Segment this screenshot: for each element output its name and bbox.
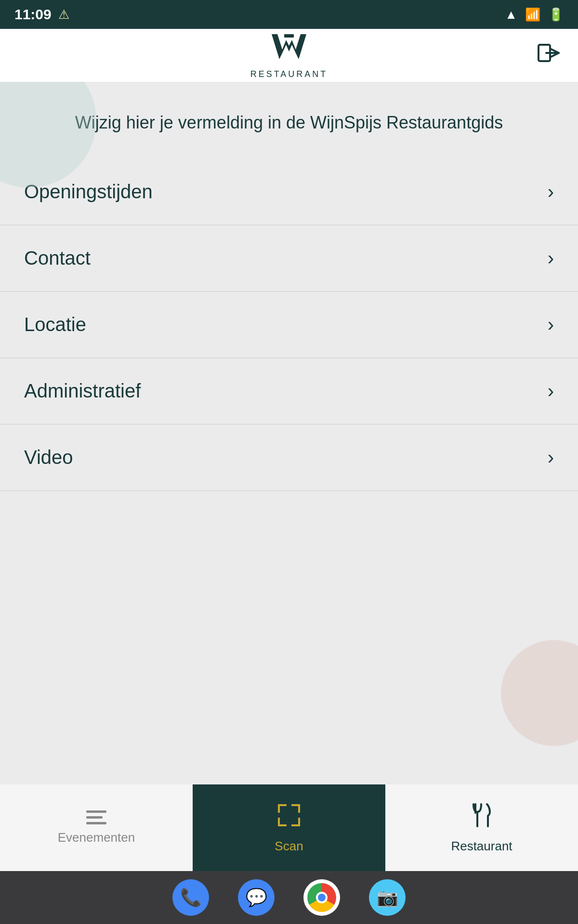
nav-label-evenementen: Evenementen (58, 830, 135, 845)
android-messages-icon[interactable]: 💬 (238, 879, 275, 916)
nav-label-scan: Scan (275, 839, 303, 854)
android-camera-icon[interactable]: 📷 (369, 879, 406, 916)
app-logo: RESTAURANT (250, 31, 328, 79)
logo-restaurant-text: RESTAURANT (250, 69, 328, 79)
logo-w (270, 31, 308, 69)
android-phone-icon[interactable]: 📞 (172, 879, 209, 916)
menu-list: Openingstijden › Contact › Locatie › Adm… (0, 159, 578, 491)
menu-item-label-video: Video (24, 447, 73, 468)
battery-icon: 🔋 (548, 7, 564, 22)
menu-item-locatie[interactable]: Locatie › (0, 292, 578, 358)
menu-item-contact[interactable]: Contact › (0, 225, 578, 292)
chevron-right-icon-contact: › (548, 247, 554, 269)
chevron-right-icon-locatie: › (548, 314, 554, 335)
nav-label-restaurant: Restaurant (451, 839, 512, 854)
status-right: ▲ 📶 🔋 (505, 7, 564, 22)
nav-item-scan[interactable]: Scan (193, 784, 385, 871)
svg-rect-0 (284, 34, 294, 38)
svg-rect-4 (278, 804, 280, 813)
chevron-right-icon-administratief: › (548, 380, 554, 402)
signal-icon: 📶 (525, 7, 540, 22)
main-content: Wijzig hier je vermelding in de WijnSpij… (0, 82, 578, 784)
android-system-bar: 📞 💬 📷 (0, 871, 578, 924)
wifi-icon: ▲ (505, 7, 517, 22)
svg-rect-10 (298, 818, 300, 826)
android-chrome-icon[interactable] (303, 879, 340, 916)
bottom-nav: Evenementen Scan Resta (0, 784, 578, 871)
status-bar: 11:09 ⚠ ▲ 📶 🔋 (0, 0, 578, 29)
nav-item-evenementen[interactable]: Evenementen (0, 784, 193, 871)
menu-item-label-contact: Contact (24, 247, 91, 269)
menu-item-label-administratief: Administratief (24, 380, 141, 402)
app-bar: RESTAURANT (0, 29, 578, 82)
status-left: 11:09 ⚠ (14, 6, 69, 23)
svg-rect-8 (278, 818, 280, 826)
logout-button[interactable] (537, 41, 561, 70)
svg-rect-6 (298, 804, 300, 813)
chevron-right-icon-video: › (548, 447, 554, 468)
fork-knife-icon (470, 802, 494, 833)
decorative-circle-bottom-right (501, 640, 578, 746)
warning-icon: ⚠ (58, 7, 69, 22)
menu-item-video[interactable]: Video › (0, 424, 578, 491)
chevron-right-icon-openingstijden: › (548, 181, 554, 203)
menu-item-label-locatie: Locatie (24, 314, 86, 335)
menu-item-administratief[interactable]: Administratief › (0, 358, 578, 424)
menu-item-openingstijden[interactable]: Openingstijden › (0, 159, 578, 225)
events-icon (86, 810, 106, 824)
nav-item-restaurant[interactable]: Restaurant (385, 784, 578, 871)
status-time: 11:09 (14, 6, 52, 23)
scan-qr-icon (276, 802, 302, 833)
